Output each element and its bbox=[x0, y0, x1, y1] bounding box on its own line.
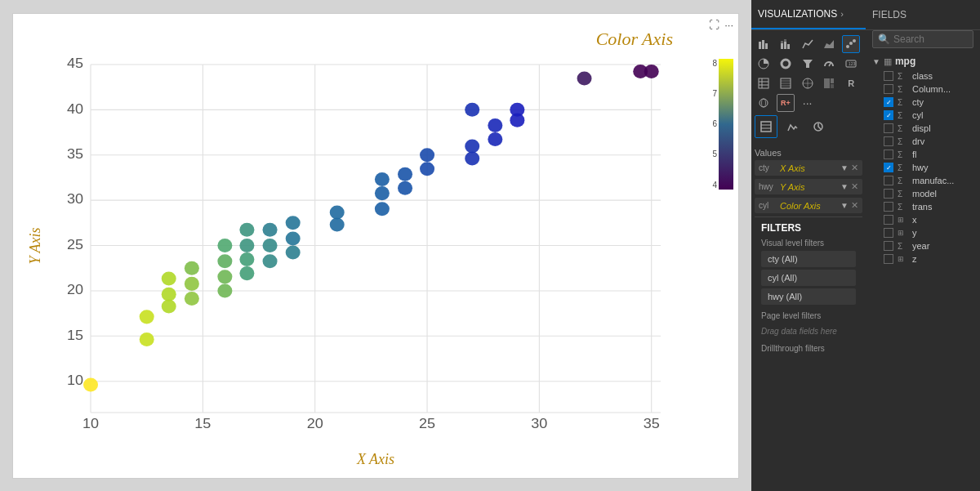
field-item-model[interactable]: Σ model bbox=[869, 187, 977, 200]
field-item-drv[interactable]: Σ drv bbox=[869, 135, 977, 148]
field-checkbox-drv[interactable] bbox=[884, 136, 893, 146]
svg-point-39 bbox=[217, 270, 232, 283]
svg-rect-89 bbox=[759, 78, 768, 88]
field-cyl-axis: Color Axis bbox=[780, 201, 840, 211]
viz-icon-matrix[interactable] bbox=[777, 74, 795, 92]
viz-icon-area[interactable] bbox=[820, 35, 838, 53]
svg-point-59 bbox=[420, 162, 434, 176]
tab-fields[interactable]: FIELDS bbox=[866, 0, 980, 29]
viz-icon-card[interactable]: 123 bbox=[842, 55, 860, 73]
search-input[interactable] bbox=[893, 33, 980, 45]
viz-sub-tabs bbox=[755, 115, 862, 138]
svg-text:15: 15 bbox=[67, 327, 83, 342]
field-item-class[interactable]: Σ class bbox=[869, 69, 977, 83]
field-item-x[interactable]: ⊞ x bbox=[869, 213, 977, 226]
viz-icon-pie[interactable] bbox=[755, 55, 773, 73]
viz-icon-globe[interactable] bbox=[755, 94, 773, 112]
field-item-z[interactable]: ⊞ z bbox=[869, 252, 977, 266]
field-checkbox-year[interactable] bbox=[884, 241, 893, 251]
viz-icon-stacked-bar[interactable] bbox=[777, 35, 795, 53]
values-label: Values bbox=[755, 148, 862, 158]
filter-sublabel: Visual level filters bbox=[761, 239, 856, 248]
tab-visualizations[interactable]: VISUALIZATIONS › bbox=[751, 0, 866, 29]
field-hwy-dropdown[interactable]: ▼ bbox=[840, 182, 849, 191]
field-item-fl[interactable]: Σ fl bbox=[869, 148, 977, 161]
viz-icon-scatter[interactable] bbox=[842, 35, 860, 53]
viz-tab-fields[interactable] bbox=[755, 115, 777, 138]
viz-icon-line[interactable] bbox=[799, 35, 817, 53]
viz-icon-bar[interactable] bbox=[755, 35, 773, 53]
field-type-column: Σ bbox=[898, 85, 909, 94]
viz-tab-analytics[interactable] bbox=[807, 115, 830, 138]
svg-point-53 bbox=[330, 205, 345, 219]
field-checkbox-column[interactable] bbox=[884, 84, 893, 94]
field-item-cty[interactable]: Σ cty bbox=[869, 96, 977, 109]
field-type-drv: Σ bbox=[898, 137, 909, 146]
expand-icon[interactable]: ⛶ bbox=[709, 19, 719, 31]
field-checkbox-x[interactable] bbox=[884, 215, 893, 225]
field-item-manufac[interactable]: Σ manufac... bbox=[869, 174, 977, 187]
field-row-hwy[interactable]: hwy Y Axis ▼ ✕ bbox=[755, 179, 862, 194]
color-legend-bar bbox=[719, 59, 733, 198]
svg-rect-77 bbox=[784, 39, 786, 42]
field-checkbox-manufac[interactable] bbox=[884, 176, 893, 185]
field-cyl-remove[interactable]: ✕ bbox=[851, 200, 858, 211]
fields-group-header[interactable]: ▼ ▦ mpg bbox=[869, 53, 977, 69]
field-item-cyl[interactable]: Σ cyl bbox=[869, 109, 977, 122]
field-item-trans[interactable]: Σ trans bbox=[869, 200, 977, 213]
filter-chip-cyl[interactable]: cyl (All) bbox=[761, 270, 856, 286]
more-options-icon[interactable]: ··· bbox=[724, 19, 733, 31]
field-item-displ[interactable]: Σ displ bbox=[869, 122, 977, 135]
svg-point-42 bbox=[239, 266, 254, 280]
svg-point-49 bbox=[286, 245, 301, 259]
field-name-cyl: cyl bbox=[912, 110, 970, 120]
svg-point-51 bbox=[286, 216, 301, 230]
field-row-cty[interactable]: cty X Axis ▼ ✕ bbox=[755, 160, 862, 176]
field-item-column[interactable]: Σ Column... bbox=[869, 83, 977, 96]
field-row-cyl[interactable]: cyl Color Axis ▼ ✕ bbox=[755, 198, 862, 213]
field-cyl-dropdown[interactable]: ▼ bbox=[840, 201, 849, 210]
svg-point-60 bbox=[420, 148, 434, 162]
field-checkbox-class[interactable] bbox=[884, 71, 893, 81]
field-checkbox-fl[interactable] bbox=[884, 150, 893, 159]
field-item-y[interactable]: ⊞ y bbox=[869, 226, 977, 239]
drag-fields-label: Drag data fields here bbox=[761, 324, 856, 339]
svg-point-31 bbox=[140, 310, 154, 324]
viz-icon-donut[interactable] bbox=[777, 55, 795, 73]
field-type-year: Σ bbox=[898, 242, 909, 251]
field-checkbox-cyl[interactable] bbox=[884, 110, 893, 120]
field-checkbox-z[interactable] bbox=[884, 254, 893, 264]
viz-icon-table[interactable] bbox=[755, 74, 773, 92]
field-checkbox-model[interactable] bbox=[884, 189, 893, 199]
viz-icon-custom-r[interactable]: R+ bbox=[777, 94, 795, 112]
viz-icon-more[interactable]: ··· bbox=[799, 94, 817, 112]
svg-rect-75 bbox=[781, 41, 783, 43]
fields-search-box[interactable]: 🔍 bbox=[872, 30, 973, 48]
filters-section: FILTERS Visual level filters cty (All) c… bbox=[755, 216, 862, 361]
field-cty-remove[interactable]: ✕ bbox=[851, 163, 858, 173]
field-item-year[interactable]: Σ year bbox=[869, 239, 977, 252]
field-cty-dropdown[interactable]: ▼ bbox=[840, 163, 849, 172]
group-name: mpg bbox=[895, 56, 915, 67]
field-checkbox-displ[interactable] bbox=[884, 123, 893, 133]
viz-icon-gauge[interactable] bbox=[820, 55, 838, 73]
viz-icon-r[interactable]: R bbox=[842, 74, 860, 92]
filter-chip-hwy[interactable]: hwy (All) bbox=[761, 288, 856, 305]
viz-icon-map[interactable] bbox=[799, 74, 817, 92]
fields-panel: 🔍 ▼ ▦ mpg Σ class Σ bbox=[866, 30, 980, 491]
field-checkbox-y[interactable] bbox=[884, 228, 893, 238]
field-checkbox-hwy[interactable] bbox=[884, 163, 893, 172]
field-hwy-remove[interactable]: ✕ bbox=[851, 181, 858, 192]
filter-chip-cty[interactable]: cty (All) bbox=[761, 251, 856, 267]
field-type-x: ⊞ bbox=[898, 216, 909, 224]
svg-point-48 bbox=[263, 222, 278, 236]
viz-icon-funnel[interactable] bbox=[799, 55, 817, 73]
field-item-hwy[interactable]: Σ hwy bbox=[869, 161, 977, 174]
field-checkbox-cty[interactable] bbox=[884, 97, 893, 107]
viz-icon-treemap[interactable] bbox=[820, 74, 838, 92]
field-checkbox-trans[interactable] bbox=[884, 202, 893, 212]
field-type-fl: Σ bbox=[898, 150, 909, 159]
viz-tab-format[interactable] bbox=[781, 115, 804, 138]
field-name-cty: cty bbox=[912, 97, 970, 107]
field-hwy-label: hwy bbox=[759, 182, 777, 191]
